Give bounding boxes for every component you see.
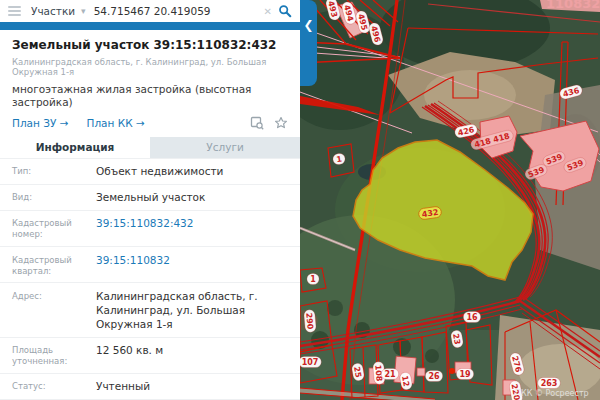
svg-text:16: 16 [466,313,478,322]
search-bar: Участки ▾ 54.715467 20.419059 ✕ [0,0,300,22]
info-row-kind: Вид: Земельный участок [0,184,300,210]
tab-bar: Информация Услуги [0,137,300,158]
parcel-label[interactable]: 107 [300,357,321,368]
info-row-address: Адрес: Калининградская область, г. Калин… [0,282,300,337]
info-row-type: Тип: Объект недвижимости [0,158,300,184]
parcel-address-subtitle: Калининградская область, г. Калининград,… [12,57,288,77]
svg-text:1: 1 [310,275,316,284]
plan-kk-link[interactable]: План КК → [87,117,145,129]
map-attribution: ПКК © Росреестр [515,389,589,398]
svg-text:290: 290 [304,312,314,330]
parcel-label[interactable]: 290 [304,309,317,332]
svg-text:19: 19 [459,370,471,379]
info-row-area: Площадь уточненная: 12 560 кв. м [0,337,300,373]
accent-bar [0,22,300,30]
parcel-label[interactable]: 1 [307,274,319,285]
parcel-label[interactable]: 16 [463,312,480,323]
sidebar: Участки ▾ 54.715467 20.419059 ✕ Земельны… [0,0,300,400]
info-row-cadastral-quarter: Кадастровый квартал: 39:15:110832 [0,246,300,282]
svg-text:26: 26 [428,372,440,381]
clear-search-icon[interactable]: ✕ [264,6,272,17]
info-table: Тип: Объект недвижимости Вид: Земельный … [0,158,300,400]
tab-information[interactable]: Информация [0,137,150,158]
parcel-header: Земельный участок 39:15:110832:432 Калин… [0,30,300,137]
map-viewport[interactable]: ❮ 110832 [300,0,600,400]
parcel-label[interactable]: 21 [381,369,398,380]
menu-icon[interactable] [8,6,21,16]
info-row-cadastral-number: Кадастровый номер: 39:15:110832:432 [0,210,300,246]
svg-text:12: 12 [400,375,411,388]
parcel-label[interactable]: 19 [456,369,473,380]
view-on-map-icon[interactable] [250,116,264,130]
cadastral-map-app: Участки ▾ 54.715467 20.419059 ✕ Земельны… [0,0,600,400]
search-input[interactable]: 54.715467 20.419059 [94,5,258,17]
chevron-left-icon: ❮ [303,18,313,86]
favorite-star-icon[interactable] [274,116,288,130]
point-marker [449,368,455,374]
chevron-down-icon[interactable]: ▾ [81,6,86,16]
cadastral-quarter-link[interactable]: 39:15:110832 [96,253,278,277]
plan-zu-link[interactable]: План ЗУ → [12,117,69,129]
svg-text:107: 107 [302,358,319,367]
search-category-select[interactable]: Участки [31,5,75,17]
cadastral-number-link[interactable]: 39:15:110832:432 [96,216,278,240]
parcel-label[interactable]: 26 [425,371,442,382]
tab-services[interactable]: Услуги [150,137,300,158]
parcel-label[interactable]: 263 [538,378,561,389]
svg-text:21: 21 [384,370,396,379]
svg-text:263: 263 [541,379,558,388]
page-title: Земельный участок 39:15:110832:432 [12,38,288,53]
svg-text:23: 23 [451,333,462,346]
sidebar-collapse-button[interactable]: ❮ [300,0,317,86]
parcel-usage-line: многоэтажная жилая застройка (высотная з… [12,83,288,108]
satellite-map[interactable]: 110832 [300,0,600,400]
info-row-status: Статус: Учтенный [0,373,300,399]
search-icon[interactable] [278,4,292,18]
